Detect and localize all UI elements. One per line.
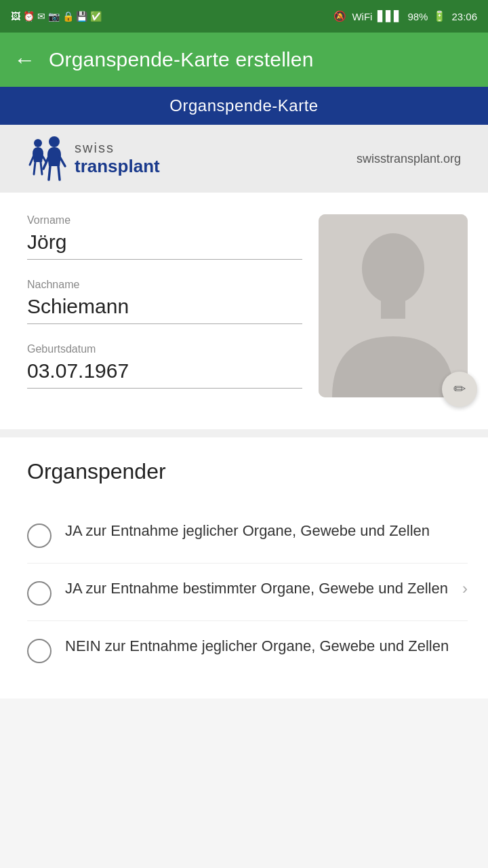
logo-swiss: swiss <box>75 140 160 156</box>
battery-level: 98% <box>407 11 428 22</box>
form-fields: Vorname Jörg Nachname Schiemann Geburtsd… <box>27 214 302 408</box>
logo-text: swiss transplant <box>75 140 160 177</box>
back-button[interactable]: ← <box>14 49 35 71</box>
radio-button-2[interactable] <box>27 581 52 606</box>
svg-point-3 <box>362 233 424 304</box>
toolbar-title: Organspende-Karte erstellen <box>49 48 314 71</box>
radio-button-3[interactable] <box>27 639 52 663</box>
chevron-right-icon: › <box>462 579 468 598</box>
radio-label-3: NEIN zur Entnahme jeglicher Organe, Gewe… <box>65 636 468 657</box>
pencil-icon: ✏ <box>453 380 466 398</box>
section-divider <box>0 429 488 437</box>
birthdate-label: Geburtsdatum <box>27 343 302 355</box>
edit-photo-button[interactable]: ✏ <box>442 372 477 407</box>
mute-icon: 🔕 <box>333 10 346 22</box>
radio-button-1[interactable] <box>27 524 52 548</box>
radio-label-1: JA zur Entnahme jeglicher Organe, Gewebe… <box>65 521 468 542</box>
status-bar-right: 🔕 WiFi ▋▋▋ 98% 🔋 23:06 <box>333 10 477 22</box>
wifi-icon: WiFi <box>352 11 372 22</box>
silhouette-icon <box>319 214 468 397</box>
radio-text-wrap-2: JA zur Entnahme bestimmter Organe, Geweb… <box>65 578 468 599</box>
swiss-transplant-icon <box>27 135 68 182</box>
signal-icon: ▋▋▋ <box>378 10 402 22</box>
status-bar: 🖼 ⏰ ✉ 📷 🔒 💾 ✅ 🔕 WiFi ▋▋▋ 98% 🔋 23:06 <box>0 0 488 33</box>
lastname-group: Nachname Schiemann <box>27 279 302 324</box>
status-bar-left: 🖼 ⏰ ✉ 📷 🔒 💾 ✅ <box>11 11 102 22</box>
svg-point-0 <box>34 139 42 147</box>
birthdate-value[interactable]: 03.07.1967 <box>27 359 302 389</box>
radio-label-2: JA zur Entnahme bestimmter Organe, Geweb… <box>65 578 455 599</box>
firstname-group: Vorname Jörg <box>27 214 302 260</box>
firstname-value[interactable]: Jörg <box>27 231 302 260</box>
app-toolbar: ← Organspende-Karte erstellen <box>0 33 488 87</box>
lastname-value[interactable]: Schiemann <box>27 295 302 324</box>
svg-rect-4 <box>381 300 405 319</box>
organ-option-2[interactable]: JA zur Entnahme bestimmter Organe, Geweb… <box>27 564 468 621</box>
lastname-label: Nachname <box>27 279 302 291</box>
notification-icons: 🖼 ⏰ ✉ 📷 🔒 💾 ✅ <box>11 11 102 22</box>
organ-option-3[interactable]: NEIN zur Entnahme jeglicher Organe, Gewe… <box>27 621 468 678</box>
time-display: 23:06 <box>451 11 477 22</box>
logo-section: swiss transplant swisstransplant.org <box>0 125 488 193</box>
logo-left: swiss transplant <box>27 135 160 182</box>
svg-point-1 <box>49 136 60 147</box>
battery-icon: 🔋 <box>433 10 446 22</box>
form-section: Vorname Jörg Nachname Schiemann Geburtsd… <box>0 193 488 429</box>
photo-placeholder: ✏ <box>319 214 468 397</box>
sub-header: Organspende-Karte <box>0 87 488 125</box>
organ-option-1[interactable]: JA zur Entnahme jeglicher Organe, Gewebe… <box>27 506 468 564</box>
radio-text-wrap-1: JA zur Entnahme jeglicher Organe, Gewebe… <box>65 521 468 542</box>
organ-section-title: Organspender <box>27 459 468 484</box>
logo-url: swisstransplant.org <box>357 152 461 166</box>
logo-transplant: transplant <box>75 156 160 177</box>
firstname-label: Vorname <box>27 214 302 226</box>
organ-section: Organspender JA zur Entnahme jeglicher O… <box>0 437 488 698</box>
birthdate-group: Geburtsdatum 03.07.1967 <box>27 343 302 389</box>
sub-header-title: Organspende-Karte <box>169 96 318 115</box>
radio-text-wrap-3: NEIN zur Entnahme jeglicher Organe, Gewe… <box>65 636 468 657</box>
